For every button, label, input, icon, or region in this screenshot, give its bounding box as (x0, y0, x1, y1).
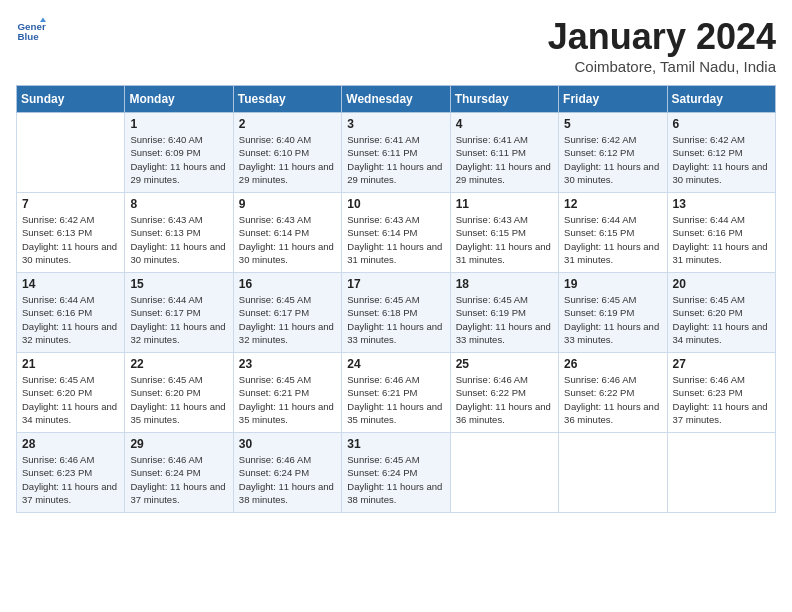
day-info: Sunrise: 6:46 AMSunset: 6:23 PMDaylight:… (22, 453, 119, 506)
day-cell (667, 433, 775, 513)
day-number: 18 (456, 277, 553, 291)
day-info: Sunrise: 6:41 AMSunset: 6:11 PMDaylight:… (347, 133, 444, 186)
day-number: 24 (347, 357, 444, 371)
day-cell: 1Sunrise: 6:40 AMSunset: 6:09 PMDaylight… (125, 113, 233, 193)
day-cell: 25Sunrise: 6:46 AMSunset: 6:22 PMDayligh… (450, 353, 558, 433)
day-cell: 22Sunrise: 6:45 AMSunset: 6:20 PMDayligh… (125, 353, 233, 433)
week-row-1: 1Sunrise: 6:40 AMSunset: 6:09 PMDaylight… (17, 113, 776, 193)
day-cell: 14Sunrise: 6:44 AMSunset: 6:16 PMDayligh… (17, 273, 125, 353)
day-info: Sunrise: 6:45 AMSunset: 6:19 PMDaylight:… (456, 293, 553, 346)
day-number: 23 (239, 357, 336, 371)
day-cell: 24Sunrise: 6:46 AMSunset: 6:21 PMDayligh… (342, 353, 450, 433)
day-number: 5 (564, 117, 661, 131)
day-number: 9 (239, 197, 336, 211)
day-cell: 20Sunrise: 6:45 AMSunset: 6:20 PMDayligh… (667, 273, 775, 353)
weekday-header-saturday: Saturday (667, 86, 775, 113)
day-number: 21 (22, 357, 119, 371)
day-number: 7 (22, 197, 119, 211)
day-info: Sunrise: 6:45 AMSunset: 6:19 PMDaylight:… (564, 293, 661, 346)
week-row-4: 21Sunrise: 6:45 AMSunset: 6:20 PMDayligh… (17, 353, 776, 433)
day-info: Sunrise: 6:42 AMSunset: 6:12 PMDaylight:… (564, 133, 661, 186)
day-number: 12 (564, 197, 661, 211)
day-info: Sunrise: 6:40 AMSunset: 6:09 PMDaylight:… (130, 133, 227, 186)
day-cell: 31Sunrise: 6:45 AMSunset: 6:24 PMDayligh… (342, 433, 450, 513)
day-number: 6 (673, 117, 770, 131)
day-cell: 9Sunrise: 6:43 AMSunset: 6:14 PMDaylight… (233, 193, 341, 273)
weekday-header-wednesday: Wednesday (342, 86, 450, 113)
day-number: 26 (564, 357, 661, 371)
day-info: Sunrise: 6:42 AMSunset: 6:13 PMDaylight:… (22, 213, 119, 266)
day-cell: 19Sunrise: 6:45 AMSunset: 6:19 PMDayligh… (559, 273, 667, 353)
month-title: January 2024 (548, 16, 776, 58)
day-cell: 17Sunrise: 6:45 AMSunset: 6:18 PMDayligh… (342, 273, 450, 353)
day-info: Sunrise: 6:42 AMSunset: 6:12 PMDaylight:… (673, 133, 770, 186)
calendar-table: SundayMondayTuesdayWednesdayThursdayFrid… (16, 85, 776, 513)
day-info: Sunrise: 6:44 AMSunset: 6:16 PMDaylight:… (22, 293, 119, 346)
week-row-3: 14Sunrise: 6:44 AMSunset: 6:16 PMDayligh… (17, 273, 776, 353)
day-number: 8 (130, 197, 227, 211)
day-number: 28 (22, 437, 119, 451)
day-cell: 12Sunrise: 6:44 AMSunset: 6:15 PMDayligh… (559, 193, 667, 273)
day-info: Sunrise: 6:46 AMSunset: 6:22 PMDaylight:… (456, 373, 553, 426)
day-number: 10 (347, 197, 444, 211)
day-number: 22 (130, 357, 227, 371)
day-cell: 21Sunrise: 6:45 AMSunset: 6:20 PMDayligh… (17, 353, 125, 433)
day-number: 15 (130, 277, 227, 291)
day-number: 19 (564, 277, 661, 291)
weekday-header-sunday: Sunday (17, 86, 125, 113)
weekday-header-monday: Monday (125, 86, 233, 113)
day-cell: 4Sunrise: 6:41 AMSunset: 6:11 PMDaylight… (450, 113, 558, 193)
location: Coimbatore, Tamil Nadu, India (548, 58, 776, 75)
day-number: 2 (239, 117, 336, 131)
day-info: Sunrise: 6:43 AMSunset: 6:14 PMDaylight:… (239, 213, 336, 266)
day-number: 27 (673, 357, 770, 371)
day-cell: 30Sunrise: 6:46 AMSunset: 6:24 PMDayligh… (233, 433, 341, 513)
day-cell: 2Sunrise: 6:40 AMSunset: 6:10 PMDaylight… (233, 113, 341, 193)
day-info: Sunrise: 6:43 AMSunset: 6:13 PMDaylight:… (130, 213, 227, 266)
day-number: 30 (239, 437, 336, 451)
day-info: Sunrise: 6:44 AMSunset: 6:15 PMDaylight:… (564, 213, 661, 266)
day-info: Sunrise: 6:45 AMSunset: 6:21 PMDaylight:… (239, 373, 336, 426)
day-cell: 7Sunrise: 6:42 AMSunset: 6:13 PMDaylight… (17, 193, 125, 273)
day-info: Sunrise: 6:44 AMSunset: 6:16 PMDaylight:… (673, 213, 770, 266)
day-info: Sunrise: 6:45 AMSunset: 6:17 PMDaylight:… (239, 293, 336, 346)
svg-text:Blue: Blue (18, 31, 40, 42)
logo-icon: General Blue (16, 16, 46, 46)
day-info: Sunrise: 6:41 AMSunset: 6:11 PMDaylight:… (456, 133, 553, 186)
day-number: 31 (347, 437, 444, 451)
day-cell: 23Sunrise: 6:45 AMSunset: 6:21 PMDayligh… (233, 353, 341, 433)
day-info: Sunrise: 6:46 AMSunset: 6:23 PMDaylight:… (673, 373, 770, 426)
day-cell: 15Sunrise: 6:44 AMSunset: 6:17 PMDayligh… (125, 273, 233, 353)
day-number: 20 (673, 277, 770, 291)
day-cell (559, 433, 667, 513)
svg-marker-2 (40, 18, 46, 23)
day-number: 14 (22, 277, 119, 291)
day-number: 3 (347, 117, 444, 131)
day-number: 13 (673, 197, 770, 211)
day-info: Sunrise: 6:45 AMSunset: 6:20 PMDaylight:… (22, 373, 119, 426)
day-cell: 27Sunrise: 6:46 AMSunset: 6:23 PMDayligh… (667, 353, 775, 433)
day-cell: 5Sunrise: 6:42 AMSunset: 6:12 PMDaylight… (559, 113, 667, 193)
day-cell: 26Sunrise: 6:46 AMSunset: 6:22 PMDayligh… (559, 353, 667, 433)
weekday-header-tuesday: Tuesday (233, 86, 341, 113)
week-row-5: 28Sunrise: 6:46 AMSunset: 6:23 PMDayligh… (17, 433, 776, 513)
day-cell: 13Sunrise: 6:44 AMSunset: 6:16 PMDayligh… (667, 193, 775, 273)
day-number: 4 (456, 117, 553, 131)
day-cell: 18Sunrise: 6:45 AMSunset: 6:19 PMDayligh… (450, 273, 558, 353)
svg-text:General: General (18, 21, 47, 32)
day-info: Sunrise: 6:45 AMSunset: 6:20 PMDaylight:… (673, 293, 770, 346)
day-info: Sunrise: 6:45 AMSunset: 6:20 PMDaylight:… (130, 373, 227, 426)
day-info: Sunrise: 6:46 AMSunset: 6:21 PMDaylight:… (347, 373, 444, 426)
day-info: Sunrise: 6:45 AMSunset: 6:18 PMDaylight:… (347, 293, 444, 346)
day-cell: 28Sunrise: 6:46 AMSunset: 6:23 PMDayligh… (17, 433, 125, 513)
day-info: Sunrise: 6:43 AMSunset: 6:15 PMDaylight:… (456, 213, 553, 266)
day-info: Sunrise: 6:46 AMSunset: 6:24 PMDaylight:… (130, 453, 227, 506)
day-cell: 8Sunrise: 6:43 AMSunset: 6:13 PMDaylight… (125, 193, 233, 273)
day-cell (17, 113, 125, 193)
day-cell: 11Sunrise: 6:43 AMSunset: 6:15 PMDayligh… (450, 193, 558, 273)
weekday-header-thursday: Thursday (450, 86, 558, 113)
day-info: Sunrise: 6:46 AMSunset: 6:24 PMDaylight:… (239, 453, 336, 506)
day-cell: 3Sunrise: 6:41 AMSunset: 6:11 PMDaylight… (342, 113, 450, 193)
day-cell (450, 433, 558, 513)
day-cell: 6Sunrise: 6:42 AMSunset: 6:12 PMDaylight… (667, 113, 775, 193)
